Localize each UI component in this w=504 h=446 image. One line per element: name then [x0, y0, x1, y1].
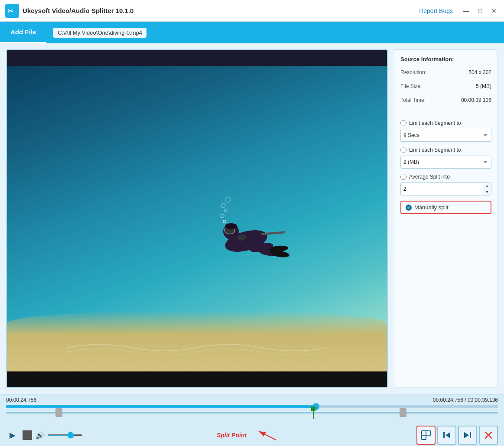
- svg-point-14: [221, 214, 224, 218]
- svg-rect-7: [261, 231, 285, 235]
- resolution-value: 504 x 302: [468, 69, 491, 75]
- report-bugs-link[interactable]: Report Bugs: [419, 7, 453, 14]
- svg-point-17: [225, 197, 231, 202]
- manually-split-box[interactable]: Manually split: [400, 201, 491, 214]
- split-marker-area: [6, 412, 498, 424]
- split-frame-button[interactable]: [416, 426, 436, 445]
- minimize-button[interactable]: —: [462, 6, 471, 16]
- source-info-title: Source Information:: [400, 56, 491, 62]
- average-split-input[interactable]: [401, 183, 483, 195]
- svg-point-15: [224, 209, 227, 212]
- average-split-input-wrap: ▲ ▼: [400, 182, 491, 195]
- svg-marker-27: [464, 432, 469, 438]
- split-track: [6, 412, 498, 413]
- video-panel: [6, 49, 388, 388]
- average-split-radio-label[interactable]: Average Split into: [400, 174, 491, 180]
- svg-point-16: [221, 203, 225, 208]
- resolution-label: Resolution:: [400, 69, 426, 75]
- add-file-button[interactable]: Add File: [0, 22, 46, 43]
- go-end-button[interactable]: [458, 426, 477, 445]
- video-bottom-bar: [7, 371, 387, 387]
- app-logo: ✂: [5, 4, 19, 18]
- segment-time-section: Limit each Segment to 9 Secs 5 Secs 10 S…: [400, 120, 491, 142]
- right-panel: Source Information: Resolution: 504 x 30…: [394, 49, 498, 388]
- split-handle-right[interactable]: [400, 408, 406, 417]
- volume-icon: 🔊: [36, 431, 44, 439]
- manually-split-label: Manually split: [414, 204, 449, 211]
- timeline-progress: [6, 405, 316, 408]
- close-button[interactable]: ✕: [489, 6, 499, 16]
- svg-point-13: [223, 220, 226, 223]
- svg-point-5: [225, 223, 237, 229]
- segment-time-select[interactable]: 9 Secs 5 Secs 10 Secs 15 Secs 20 Secs 30…: [400, 129, 491, 142]
- average-split-radio[interactable]: [400, 174, 406, 180]
- file-size-row: File Size: 5 (MB): [400, 83, 491, 89]
- segment-size-radio-label[interactable]: Limit each Segment to: [400, 147, 491, 153]
- video-top-bar: [7, 50, 387, 66]
- average-split-section: Average Split into ▲ ▼: [400, 174, 491, 195]
- svg-rect-21: [426, 431, 430, 435]
- play-button[interactable]: ▶: [6, 429, 19, 442]
- segment-time-label: Limit each Segment to: [409, 120, 461, 126]
- diver-scene-svg: [181, 193, 311, 280]
- svg-rect-24: [443, 432, 445, 438]
- split-point-arrow: [254, 429, 280, 442]
- split-marker-main: [311, 407, 315, 419]
- delete-icon: [484, 431, 493, 439]
- delete-segment-button[interactable]: [479, 426, 498, 445]
- total-time-row: Total Time: 00:00:39.136: [400, 97, 491, 103]
- divider-1: [400, 113, 491, 113]
- total-time-label: Total Time:: [400, 97, 426, 103]
- resolution-row: Resolution: 504 x 302: [400, 69, 491, 75]
- split-handle-left[interactable]: [55, 408, 62, 417]
- segment-size-label: Limit each Segment to: [409, 147, 461, 153]
- segment-size-radio[interactable]: [400, 147, 406, 153]
- svg-text:✂: ✂: [7, 7, 13, 15]
- time-display-row: 00:00:24.756 00:00:24.756 / 00:00:39.136: [6, 397, 498, 403]
- spin-buttons: ▲ ▼: [483, 183, 491, 195]
- video-content: [7, 66, 387, 371]
- file-size-value: 5 (MB): [476, 83, 491, 89]
- svg-rect-20: [422, 431, 426, 435]
- title-bar: ✂ Ukeysoft Video/Audio Splitter 10.1.0 R…: [0, 0, 504, 22]
- svg-line-19: [259, 431, 276, 440]
- segment-time-radio[interactable]: [400, 120, 406, 126]
- file-size-label: File Size:: [400, 83, 422, 89]
- controls-area: 00:00:24.756 00:00:24.756 / 00:00:39.136…: [0, 394, 504, 446]
- go-start-button[interactable]: [437, 426, 456, 445]
- maximize-button[interactable]: □: [475, 6, 485, 16]
- segment-size-select[interactable]: 2 (MB) 5 (MB) 10 (MB) 20 (MB): [400, 156, 491, 169]
- segment-time-radio-label[interactable]: Limit each Segment to: [400, 120, 491, 126]
- edit-buttons: [416, 426, 498, 445]
- go-start-icon: [442, 431, 451, 439]
- average-split-label: Average Split into: [409, 174, 450, 180]
- volume-slider[interactable]: [48, 434, 82, 436]
- stop-button[interactable]: [23, 430, 32, 440]
- split-marker-dot: [311, 407, 315, 411]
- sand-ripples: [45, 339, 349, 356]
- timeline-bar[interactable]: [6, 405, 498, 408]
- app-title: Ukeysoft Video/Audio Splitter 10.1.0: [23, 7, 419, 14]
- split-frame-icon: [421, 430, 431, 440]
- split-point-label: Split Point: [217, 432, 247, 439]
- go-end-icon: [463, 431, 472, 439]
- svg-rect-26: [470, 432, 471, 438]
- segment-size-section: Limit each Segment to 2 (MB) 5 (MB) 10 (…: [400, 147, 491, 169]
- manually-split-radio[interactable]: [406, 205, 412, 211]
- svg-marker-25: [445, 432, 450, 438]
- total-time-value: 00:00:39.136: [461, 97, 491, 103]
- main-area: Source Information: Resolution: 504 x 30…: [0, 43, 504, 394]
- svg-rect-22: [422, 435, 426, 439]
- current-time-display: 00:00:24.756: [6, 397, 36, 403]
- split-marker-line: [313, 411, 314, 419]
- total-time-display: 00:00:24.756 / 00:00:39.136: [433, 397, 498, 403]
- playback-controls-row: ▶ 🔊 Split Point: [6, 426, 498, 445]
- spin-up-button[interactable]: ▲: [483, 183, 491, 189]
- toolbar: Add File C:\All My Video\One\diving-0.mp…: [0, 22, 504, 43]
- window-controls: — □ ✕: [462, 6, 499, 16]
- spin-down-button[interactable]: ▼: [483, 189, 491, 195]
- file-path-display: C:\All My Video\One\diving-0.mp4: [53, 28, 146, 38]
